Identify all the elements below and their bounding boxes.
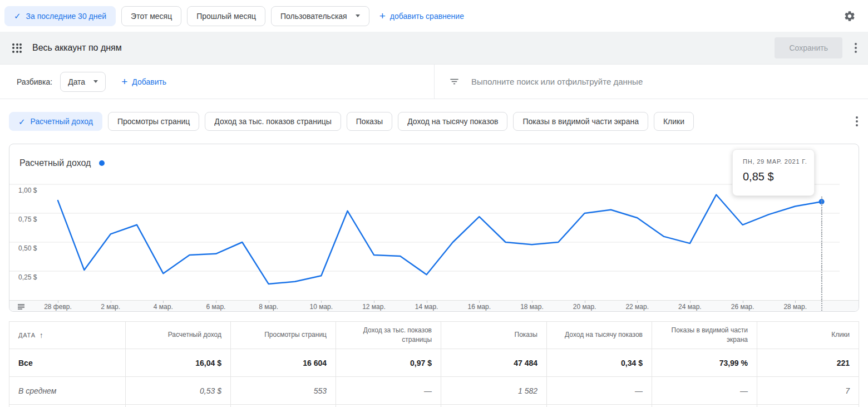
header-label: Показы (515, 330, 537, 340)
chart-title-row: Расчетный доход (9, 144, 859, 179)
x-axis-tick-label: 10 мар. (296, 303, 346, 311)
chip-label: Клики (663, 117, 684, 126)
plus-icon: + (379, 11, 386, 21)
x-axis-tick-label: 16 мар. (454, 303, 504, 311)
table-cell: 0,53 $ (126, 377, 231, 405)
add-comparison-label: добавить сравнение (390, 12, 464, 21)
breakdown-filter-row: Разбивка: Дата + Добавить (0, 65, 868, 99)
table-cell: 16 604 (231, 349, 336, 377)
metrics-kebab-menu-icon[interactable] (851, 113, 862, 130)
check-icon: ✓ (18, 117, 26, 126)
search-filter-input[interactable] (471, 77, 868, 86)
chip-label: Доход за тыс. показов страницы (214, 117, 331, 126)
save-button[interactable]: Сохранить (775, 37, 842, 58)
date-column-header: ДАТА↑ (18, 331, 43, 340)
table-cell: 0,34 $ (547, 349, 652, 377)
show-table-icon[interactable] (17, 302, 26, 312)
header-cell-1[interactable]: Расчетный доход (126, 321, 231, 349)
x-axis-tick-label: 26 мар. (718, 303, 768, 311)
metric-chip-0[interactable]: ✓Расчетный доход (9, 112, 102, 131)
breakdown-label: Разбивка: (17, 77, 52, 86)
gear-icon (844, 10, 856, 22)
table-cell: 1 582 (441, 377, 547, 405)
settings-gear-icon[interactable] (844, 10, 856, 22)
x-axis-tick-label: 4 мар. (138, 303, 188, 311)
filter-section (435, 65, 868, 99)
x-axis-tick-label: 2 мар. (86, 303, 136, 311)
x-axis-tick-label: 24 мар. (665, 303, 715, 311)
row-label-cell: Все (9, 349, 126, 377)
metric-chip-3[interactable]: Показы (347, 112, 392, 131)
y-axis-tick-label: 0,75 $ (18, 215, 37, 223)
check-icon: ✓ (14, 12, 21, 20)
date-range-chip-1[interactable]: Этот месяц (121, 6, 181, 26)
table-row: В среднем0,53 $553—1 582——7 (9, 377, 859, 405)
dimension-chip-date[interactable]: Дата (60, 72, 106, 92)
chip-label: Показы (356, 117, 383, 126)
metric-chip-5[interactable]: Показы в видимой части экрана (513, 112, 648, 131)
add-comparison-button[interactable]: + добавить сравнение (375, 11, 468, 21)
filter-icon (449, 76, 460, 87)
apps-grid-icon[interactable] (12, 43, 22, 53)
table-row: Все16,04 $16 6040,97 $47 4840,34 $73,99 … (9, 349, 859, 377)
chip-label: Просмотры страниц (117, 117, 190, 126)
tooltip-value: 0,85 $ (743, 170, 805, 183)
header-cell-4[interactable]: Показы (441, 321, 547, 349)
tooltip-date: ПН, 29 МАР. 2021 Г. (743, 158, 805, 165)
metric-chip-4[interactable]: Доход на тысячу показов (398, 112, 507, 131)
header-cell-3[interactable]: Доход за тыс. показов страницы (336, 321, 441, 349)
table-cell (652, 405, 757, 407)
x-axis-tick-label: 22 мар. (612, 303, 662, 311)
date-range-chip-0[interactable]: ✓За последние 30 дней (4, 6, 116, 26)
table-cell (231, 405, 336, 407)
header-cell-6[interactable]: Показы в видимой части экрана (652, 321, 757, 349)
add-breakdown-button[interactable]: + Добавить (117, 76, 171, 87)
table-row-partial (9, 405, 859, 407)
table-cell (757, 405, 859, 407)
breakdown-section: Разбивка: Дата + Добавить (0, 65, 435, 99)
page-title: Весь аккаунт по дням (32, 43, 122, 53)
metric-chip-1[interactable]: Просмотры страниц (108, 112, 199, 131)
chip-label: Показы в видимой части экрана (522, 117, 639, 126)
y-axis-tick-label: 0,25 $ (18, 273, 37, 281)
line-chart (9, 179, 859, 300)
header-cell-7[interactable]: Клики (757, 321, 859, 349)
header-label: ДАТА (18, 332, 36, 339)
chart-plot-area[interactable]: 1,00 $0,75 $0,50 $0,25 $ (9, 179, 859, 300)
x-axis-tick-label: 8 мар. (244, 303, 294, 311)
x-axis-tick-label: 14 мар. (402, 303, 452, 311)
table-cell (336, 405, 441, 407)
metric-chips: ✓Расчетный доходПросмотры страницДоход з… (9, 112, 851, 131)
report-table: ДАТА↑Расчетный доходПросмотры страницДох… (9, 321, 859, 407)
x-axis-tick-label: 6 мар. (191, 303, 241, 311)
hover-guide-line (821, 197, 822, 312)
table-cell: — (336, 377, 441, 405)
header-label: Доход за тыс. показов страницы (345, 326, 432, 345)
dimension-chip-label: Дата (68, 77, 85, 86)
report-header: Весь аккаунт по дням Сохранить (0, 32, 868, 65)
header-kebab-menu-icon[interactable] (850, 40, 861, 56)
date-range-chip-2[interactable]: Прошлый месяц (187, 6, 265, 26)
metric-chip-2[interactable]: Доход за тыс. показов страницы (205, 112, 341, 131)
row-label-cell: В среднем (9, 377, 126, 405)
table-cell: 47 484 (441, 349, 547, 377)
revenue-line-series (58, 195, 822, 284)
table-cell: — (547, 377, 652, 405)
chip-label: Доход на тысячу показов (407, 117, 498, 126)
x-axis-tick-label: 18 мар. (507, 303, 557, 311)
header-label: Расчетный доход (168, 330, 221, 340)
header-cell-2[interactable]: Просмотры страниц (231, 321, 336, 349)
chevron-down-icon (356, 14, 360, 17)
table-cell (9, 405, 126, 407)
chip-label: За последние 30 дней (26, 12, 107, 21)
x-axis-tick-label: 28 февр. (33, 303, 83, 311)
y-axis-tick-label: 1,00 $ (18, 187, 37, 194)
header-label: Клики (831, 330, 850, 340)
header-label: Показы в видимой части экрана (661, 326, 748, 345)
header-cell-0[interactable]: ДАТА↑ (9, 321, 126, 349)
table-cell: 221 (757, 349, 859, 377)
date-range-chip-3[interactable]: Пользовательская (271, 6, 369, 26)
metric-chip-6[interactable]: Клики (654, 112, 694, 131)
chart-card: Расчетный доход 1,00 $0,75 $0,50 $0,25 $… (9, 144, 859, 312)
header-cell-5[interactable]: Доход на тысячу показов (547, 321, 652, 349)
